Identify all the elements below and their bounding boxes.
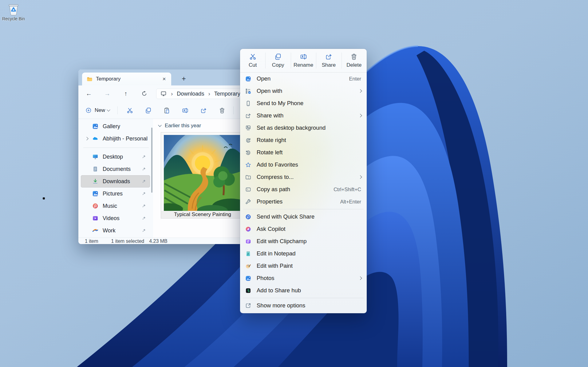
- pin-icon[interactable]: [141, 179, 146, 184]
- rotate-right-icon: [245, 137, 251, 144]
- menu-item-edit-in-notepad[interactable]: Edit in Notepad: [240, 247, 367, 260]
- menu-item-add-to-share-hub[interactable]: Add to Share hub: [240, 284, 367, 297]
- menu-item-properties[interactable]: Properties Alt+Enter: [240, 195, 367, 208]
- menu-item-open-with[interactable]: Open with: [240, 85, 367, 97]
- pin-icon[interactable]: [141, 216, 146, 221]
- recycle-bin-icon: [6, 2, 21, 16]
- submenu-chevron-icon: [358, 114, 362, 117]
- selection-size: 4.23 MB: [149, 239, 168, 244]
- sidebar-item-downloads[interactable]: Downloads: [81, 175, 150, 187]
- sidebar-item-onedrive[interactable]: Abhijith - Personal: [81, 132, 150, 145]
- pin-icon[interactable]: [141, 154, 146, 159]
- menu-divider: [243, 209, 364, 209]
- menu-item-send-with-quick-share[interactable]: Send with Quick Share: [240, 211, 367, 223]
- sidebar-item-label: Documents: [103, 166, 141, 172]
- menu-item-edit-with-paint[interactable]: Edit with Paint: [240, 260, 367, 272]
- copy-quick-action[interactable]: Copy: [265, 49, 290, 72]
- share-button[interactable]: [197, 105, 210, 116]
- menu-divider: [243, 298, 364, 298]
- menu-item-share-with[interactable]: Share with: [240, 109, 367, 122]
- cut-button[interactable]: [123, 105, 136, 116]
- menu-item-show-more-options[interactable]: Show more options: [240, 299, 367, 312]
- phone-icon: [245, 100, 251, 107]
- pin-icon[interactable]: [141, 167, 146, 172]
- up-button[interactable]: ↑: [120, 89, 132, 99]
- menu-item-set-as-desktop-background[interactable]: Set as desktop background: [240, 122, 367, 134]
- pin-icon[interactable]: [141, 203, 146, 208]
- quick-share-icon: [245, 213, 251, 220]
- rename-quick-action[interactable]: Rename: [291, 49, 316, 72]
- menu-item-compress-to[interactable]: Compress to...: [240, 171, 367, 183]
- chevron-down-icon: [158, 123, 161, 127]
- shortcut-label: Alt+Enter: [340, 199, 361, 205]
- menu-item-edit-with-clipchamp[interactable]: Edit with Clipchamp: [240, 235, 367, 247]
- new-tab-button[interactable]: +: [179, 75, 188, 83]
- music-icon: [92, 203, 99, 209]
- sidebar-item-work[interactable]: Work: [81, 224, 150, 237]
- menu-item-send-to-my-phone[interactable]: Send to My Phone: [240, 97, 367, 109]
- back-button[interactable]: ←: [83, 89, 95, 99]
- menu-item-ask-copilot[interactable]: Ask Copilot: [240, 223, 367, 235]
- forward-button[interactable]: →: [101, 89, 113, 99]
- clipchamp-icon: [245, 238, 251, 245]
- share-quick-action[interactable]: Share: [316, 49, 341, 72]
- chevron-right-icon[interactable]: [85, 137, 89, 140]
- plus-circle-icon: [85, 107, 92, 114]
- menu-item-add-to-favorites[interactable]: Add to Favorites: [240, 159, 367, 171]
- breadcrumb-temporary[interactable]: Temporary: [214, 91, 240, 97]
- rename-button[interactable]: [179, 105, 191, 116]
- sidebar-item-label: Videos: [103, 215, 141, 222]
- quick-actions-row: Cut Copy Rename Share Delete: [240, 49, 367, 72]
- sidebar-item-videos[interactable]: Videos: [81, 212, 150, 224]
- new-button[interactable]: New: [82, 105, 112, 116]
- tab-temporary[interactable]: Temporary ×: [82, 73, 171, 85]
- quick-action-label: Share: [322, 62, 336, 68]
- pin-icon[interactable]: [141, 228, 146, 233]
- sidebar-item-music[interactable]: Music: [81, 200, 150, 212]
- sidebar-item-label: Pictures: [103, 191, 141, 197]
- zip-folder-icon: [245, 174, 251, 180]
- breadcrumb-separator: ›: [208, 90, 210, 97]
- breadcrumb-downloads[interactable]: Downloads: [177, 91, 204, 97]
- paste-button[interactable]: [160, 105, 173, 116]
- sidebar-item-desktop[interactable]: Desktop: [81, 151, 150, 163]
- share-hub-icon: [245, 287, 251, 294]
- onedrive-cloud-icon: [92, 135, 99, 142]
- menu-item-copy-as-path[interactable]: \\.. Copy as path Ctrl+Shift+C: [240, 183, 367, 195]
- group-header[interactable]: Earlier this year: [159, 123, 201, 129]
- toolbar-divider: [233, 106, 234, 114]
- documents-icon: [92, 166, 99, 172]
- tab-close-icon[interactable]: ×: [160, 75, 168, 83]
- shortcut-label: Enter: [349, 76, 361, 82]
- recycle-bin[interactable]: Recycle Bin: [1, 2, 26, 21]
- copy-icon: [274, 53, 282, 61]
- sidebar-item-pictures[interactable]: Pictures: [81, 187, 150, 200]
- chevron-down-icon: [107, 108, 110, 111]
- refresh-button[interactable]: [138, 89, 150, 99]
- open-with-icon: [245, 88, 251, 94]
- context-menu: Cut Copy Rename Share Delete Open: [240, 49, 367, 313]
- cut-icon: [126, 107, 133, 114]
- cut-quick-action[interactable]: Cut: [240, 49, 265, 72]
- toolbar-divider: [117, 106, 118, 114]
- pin-icon[interactable]: [141, 191, 146, 196]
- menu-item-rotate-right[interactable]: Rotate right: [240, 134, 367, 146]
- file-item-painting[interactable]: Typical Scenery Painting: [161, 132, 244, 219]
- wrench-icon: [245, 198, 251, 205]
- rename-icon: [300, 53, 307, 61]
- sidebar-item-gallery[interactable]: Gallery: [81, 120, 150, 132]
- photos-icon: [245, 275, 251, 282]
- file-thumbnail: [164, 135, 241, 211]
- sidebar-scrollbar[interactable]: [151, 128, 152, 193]
- svg-text:\\..: \\..: [247, 188, 249, 190]
- delete-button[interactable]: [215, 105, 228, 116]
- menu-item-rotate-left[interactable]: Rotate left: [240, 146, 367, 159]
- menu-item-open[interactable]: Open Enter: [240, 73, 367, 85]
- trash-icon: [219, 107, 226, 114]
- rename-icon: [182, 107, 189, 114]
- delete-quick-action[interactable]: Delete: [341, 49, 367, 72]
- sidebar-item-documents[interactable]: Documents: [81, 163, 150, 175]
- sidebar-item-label: Desktop: [103, 154, 141, 160]
- copy-button[interactable]: [142, 105, 155, 116]
- menu-item-photos[interactable]: Photos: [240, 272, 367, 284]
